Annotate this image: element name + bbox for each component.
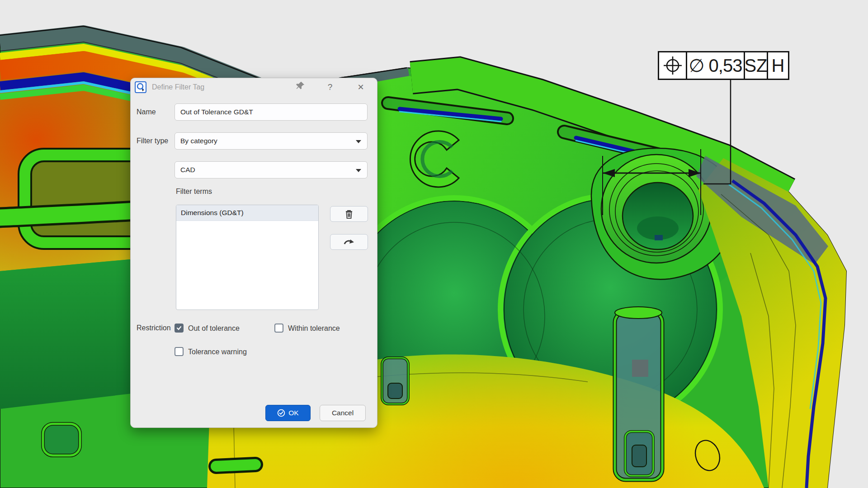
- name-label: Name: [137, 108, 156, 116]
- dialog-title: Define Filter Tag: [152, 78, 204, 96]
- ok-check-icon: [277, 409, 285, 417]
- application-window: ∅ 0,53 SZ H Define Filter Tag ? ✕ Name: [0, 0, 868, 488]
- restriction-label: Restriction: [137, 324, 171, 332]
- filter-type-label: Filter type: [137, 137, 168, 145]
- checkbox-within-tolerance[interactable]: [274, 324, 283, 333]
- within-tolerance-label: Within tolerance: [288, 324, 340, 333]
- list-item[interactable]: Dimensions (GD&T): [176, 205, 318, 221]
- filter-terms-list[interactable]: Dimensions (GD&T): [176, 205, 319, 310]
- gdt-datum-reference: H: [767, 52, 788, 79]
- cancel-button-label: Cancel: [332, 409, 354, 417]
- redo-arrow-icon: [343, 238, 355, 246]
- category-dropdown[interactable]: CAD: [175, 161, 368, 178]
- gdt-zone-modifier: SZ: [744, 52, 767, 79]
- filter-terms-label: Filter terms: [176, 188, 212, 196]
- define-filter-tag-dialog: Define Filter Tag ? ✕ Name Filter type B…: [130, 78, 377, 428]
- filter-type-dropdown[interactable]: By category: [175, 132, 368, 150]
- cancel-button[interactable]: Cancel: [320, 405, 366, 421]
- ok-button-label: OK: [288, 409, 298, 417]
- help-button[interactable]: ?: [323, 81, 337, 94]
- filter-tag-icon: [135, 81, 146, 93]
- checkbox-tolerance-warning[interactable]: [175, 347, 184, 356]
- position-tolerance-icon: [659, 52, 686, 79]
- gdt-feature-control-frame[interactable]: ∅ 0,53 SZ H: [658, 51, 789, 80]
- ok-button[interactable]: OK: [265, 405, 311, 421]
- trash-icon: [344, 209, 354, 219]
- delete-term-button[interactable]: [330, 206, 368, 222]
- gdt-tolerance-value: ∅ 0,53: [686, 52, 744, 79]
- dialog-titlebar[interactable]: Define Filter Tag ? ✕: [131, 78, 377, 96]
- clip-tower-feature: [615, 307, 662, 480]
- category-value: CAD: [180, 166, 195, 174]
- checkbox-out-of-tolerance[interactable]: [175, 324, 184, 333]
- tolerance-warning-label: Tolerance warning: [188, 347, 247, 357]
- name-input[interactable]: [175, 103, 368, 121]
- pin-icon[interactable]: [293, 81, 307, 94]
- close-icon[interactable]: ✕: [354, 81, 368, 94]
- filter-type-value: By category: [180, 137, 217, 145]
- cylindrical-boss-feature: [601, 155, 712, 263]
- out-of-tolerance-label: Out of tolerance: [188, 324, 240, 333]
- redo-term-button[interactable]: [330, 234, 368, 250]
- small-clip-feature: [382, 358, 408, 404]
